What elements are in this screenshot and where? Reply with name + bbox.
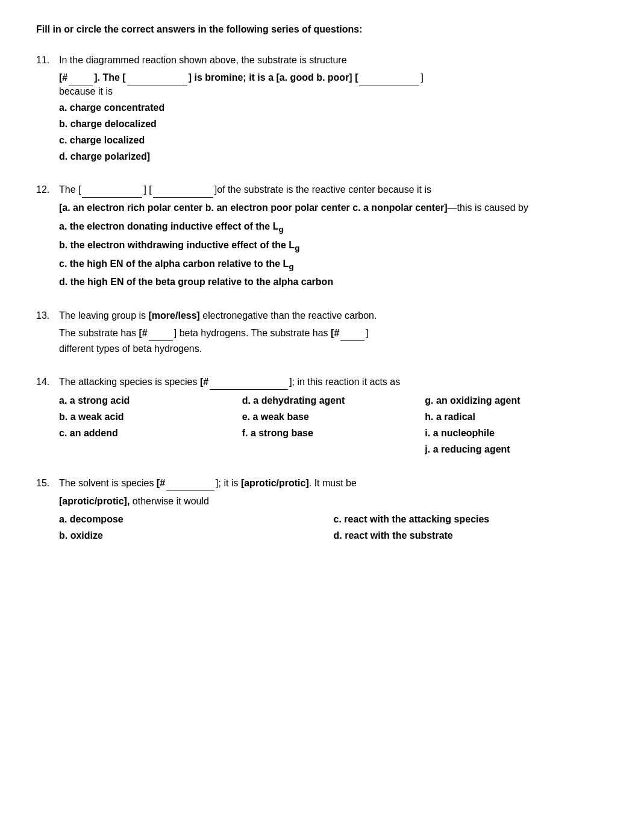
q11-bracket-end: ]: [420, 72, 423, 83]
q12-blank2[interactable]: [153, 183, 213, 198]
q11-bracket1-close: ]. The [: [94, 72, 125, 83]
q15-line2: [aprotic/protic], otherwise it would: [36, 494, 608, 509]
q11-blank2[interactable]: [127, 70, 187, 86]
q15-opt-a: a. decompose: [59, 511, 334, 527]
q15-number: 15.: [36, 478, 59, 489]
q13-text2: ] beta hydrogens. The substrate has: [174, 328, 328, 338]
q11-line2: [# ]. The [ ] is bromine; it is a [a. go…: [36, 70, 608, 86]
q14-opt-e: e. a weak base: [242, 409, 425, 425]
q12-choices: [a. an electron rich polar center b. an …: [59, 202, 448, 213]
question-12: 12. The [ ] [ ]of the substrate is the r…: [36, 183, 608, 290]
instructions-header: Fill in or circle the correct answers in…: [36, 24, 608, 35]
q12-number: 12.: [36, 184, 59, 195]
q11-options: a. charge concentrated b. charge delocal…: [36, 99, 608, 165]
q12-options: a. the electron donating inductive effec…: [36, 218, 608, 290]
q11-opt-b: b. charge delocalized: [59, 116, 608, 132]
q13-bracket2: [#: [139, 328, 148, 338]
q14-opt-b: b. a weak acid: [59, 409, 242, 425]
q15-line1: 15. The solvent is species [# ]; it is […: [36, 476, 608, 491]
q14-line1: 14. The attacking species is species [# …: [36, 375, 608, 390]
q13-line1: 13. The leaving group is [more/less] ele…: [36, 309, 608, 323]
q15-choice1: [aprotic/protic]: [241, 478, 309, 488]
q11-text1: In the diagrammed reaction shown above, …: [59, 53, 608, 67]
q14-col1: a. a strong acid b. a weak acid c. an ad…: [59, 392, 242, 458]
q13-blank2[interactable]: [340, 325, 364, 342]
question-14: 14. The attacking species is species [# …: [36, 375, 608, 458]
q15-opt-d: d. react with the substrate: [334, 527, 608, 544]
question-11: 11. In the diagrammed reaction shown abo…: [36, 53, 608, 165]
q13-line2: The substrate has [# ] beta hydrogens. T…: [36, 325, 608, 342]
q15-col2: c. react with the attacking species d. r…: [334, 511, 608, 544]
q11-choice: [a. good b. poor] [: [276, 72, 358, 83]
q13-number: 13.: [36, 310, 59, 321]
q13-text1: The leaving group is [more/less] electro…: [59, 309, 608, 323]
q11-bracket-open: [#: [59, 72, 67, 83]
q11-line1: 11. In the diagrammed reaction shown abo…: [36, 53, 608, 67]
q11-blank3[interactable]: [359, 70, 419, 86]
q14-opt-c: c. an addend: [59, 425, 242, 441]
q13-choice: [more/less]: [149, 310, 200, 321]
q15-blank1[interactable]: [166, 476, 214, 491]
q14-blank1[interactable]: [210, 375, 288, 390]
q14-opt-j: j. a reducing agent: [425, 441, 608, 457]
q15-choice2: [aprotic/protic],: [59, 496, 130, 506]
q11-opt-d: d. charge polarized]: [59, 148, 608, 165]
q14-opt-f: f. a strong base: [242, 425, 425, 441]
q12-opt-d: d. the high EN of the beta group relativ…: [59, 274, 608, 290]
q12-line1: 12. The [ ] [ ]of the substrate is the r…: [36, 183, 608, 198]
q14-opt-a: a. a strong acid: [59, 392, 242, 409]
q11-text-bromine: ] is bromine; it is a: [189, 72, 277, 83]
q15-text1: The solvent is species [# ]; it is [apro…: [59, 476, 608, 491]
q11-opt-c: c. charge localized: [59, 132, 608, 148]
q15-text3: . It must be: [309, 478, 357, 488]
q12-opt-b: b. the electron withdrawing inductive ef…: [59, 237, 608, 256]
q15-text2: ]; it is: [216, 478, 241, 488]
q14-options-grid: a. a strong acid b. a weak acid c. an ad…: [36, 392, 608, 458]
q14-number: 14.: [36, 377, 59, 387]
q15-bracket: [#: [157, 478, 165, 488]
question-13: 13. The leaving group is [more/less] ele…: [36, 309, 608, 357]
q15-opt-c: c. react with the attacking species: [334, 511, 608, 527]
q15-col1: a. decompose b. oxidize: [59, 511, 334, 544]
q14-opt-h: h. a radical: [425, 409, 608, 425]
q11-blank1[interactable]: [69, 70, 93, 86]
q14-opt-d: d. a dehydrating agent: [242, 392, 425, 409]
q13-bracket3-close: ]: [366, 328, 368, 338]
q13-bracket3: [#: [331, 328, 339, 338]
q13-line3: different types of beta hydrogens.: [36, 341, 608, 357]
q14-text2: ]; in this reaction it acts as: [289, 377, 400, 387]
header-text: Fill in or circle the correct answers in…: [36, 24, 362, 34]
q11-line3: because it is: [36, 86, 608, 97]
q12-opt-c: c. the high EN of the alpha carbon relat…: [59, 256, 608, 274]
q13-blank1[interactable]: [149, 325, 173, 342]
q15-options-grid: a. decompose b. oxidize c. react with th…: [36, 511, 608, 544]
q14-col2: d. a dehydrating agent e. a weak base f.…: [242, 392, 425, 458]
q12-blank1[interactable]: [82, 183, 142, 198]
q14-opt-i: i. a nucleophile: [425, 425, 608, 441]
q14-opt-g: g. an oxidizing agent: [425, 392, 608, 409]
q14-bracket: [#: [200, 377, 208, 387]
q11-opt-a: a. charge concentrated: [59, 99, 608, 116]
q12-text1: The [ ] [ ]of the substrate is the react…: [59, 183, 608, 198]
question-15: 15. The solvent is species [# ]; it is […: [36, 476, 608, 544]
q12-line2: [a. an electron rich polar center b. an …: [36, 200, 608, 216]
q14-col3: g. an oxidizing agent h. a radical i. a …: [425, 392, 608, 458]
q14-text1: The attacking species is species [# ]; i…: [59, 375, 608, 390]
q15-opt-b: b. oxidize: [59, 527, 334, 544]
q11-number: 11.: [36, 55, 59, 66]
q12-opt-a: a. the electron donating inductive effec…: [59, 218, 608, 237]
